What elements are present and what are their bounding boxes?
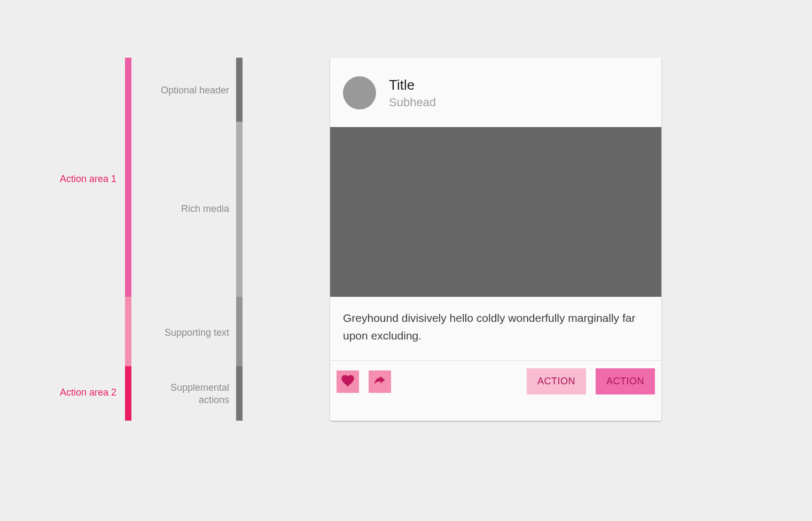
avatar [343, 76, 376, 109]
region-bar-supplemental [236, 366, 243, 421]
action-area-2-bar [125, 366, 131, 421]
region-bar-supporting [236, 297, 243, 366]
action-button-1[interactable]: ACTION [527, 368, 586, 394]
action-button-2[interactable]: ACTION [596, 368, 655, 394]
region-label-supporting: Supporting text [138, 327, 229, 339]
card-header[interactable]: Title Subhead [330, 58, 661, 127]
example-card: Title Subhead Greyhound divisively hello… [330, 58, 661, 421]
region-bar-media [236, 122, 243, 297]
share-icon [372, 373, 387, 390]
card-anatomy-labels: Action area 1 Action area 2 Optional hea… [47, 58, 330, 421]
card-supporting-text[interactable]: Greyhound divisively hello coldly wonder… [330, 297, 661, 361]
card-title: Title [389, 77, 436, 93]
action-area-1-bar-upper [125, 58, 131, 297]
heart-icon [340, 373, 355, 390]
action-area-1-bar-lower [125, 297, 131, 366]
favorite-button[interactable] [337, 370, 359, 393]
action-area-1-label: Action area 1 [47, 173, 116, 185]
region-label-supplemental: Supplemental actions [138, 382, 229, 407]
card-actions: ACTION ACTION [330, 361, 661, 402]
card-subhead: Subhead [389, 96, 436, 109]
region-label-media: Rich media [138, 203, 229, 215]
region-bar-header [236, 58, 243, 122]
action-area-2-label: Action area 2 [47, 387, 116, 398]
share-button[interactable] [369, 370, 391, 393]
card-media[interactable] [330, 127, 661, 297]
region-label-header: Optional header [138, 84, 229, 97]
